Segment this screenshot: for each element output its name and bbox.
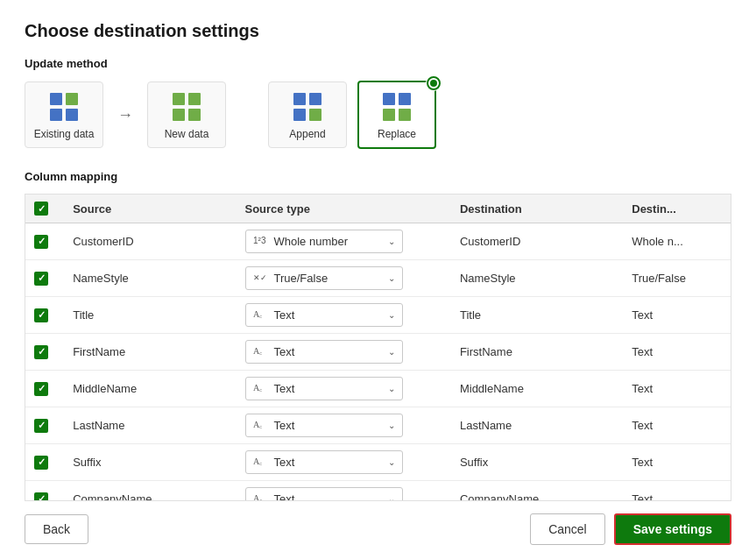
type-icon: A꜀ <box>253 308 269 322</box>
source-type-cell: A꜀Text⌄ <box>237 297 451 334</box>
source-type-dropdown[interactable]: ✕✓True/False⌄ <box>245 266 403 290</box>
source-cell: NameStyle <box>64 260 236 297</box>
source-type-label: Whole number <box>274 235 349 248</box>
source-type-label: Text <box>274 382 295 395</box>
row-checkbox[interactable] <box>34 272 48 286</box>
svg-rect-10 <box>293 109 306 121</box>
source-type-cell: 1²3Whole number⌄ <box>237 223 451 260</box>
append-label: Append <box>289 128 325 140</box>
source-type-cell: A꜀Text⌄ <box>237 334 451 371</box>
source-type-label: Text <box>274 456 295 469</box>
existing-data-card[interactable]: Existing data <box>25 81 103 148</box>
row-checkbox[interactable] <box>34 235 48 249</box>
dest-type-cell: Text <box>623 334 731 371</box>
destination-cell: MiddleName <box>451 371 623 407</box>
append-card[interactable]: Append <box>268 81 347 148</box>
source-cell: LastName <box>64 407 236 444</box>
header-checkbox[interactable] <box>34 202 48 216</box>
chevron-down-icon: ⌄ <box>388 494 395 501</box>
destination-cell: Suffix <box>451 444 623 481</box>
source-type-label: Text <box>274 308 295 322</box>
svg-text:✕✓: ✕✓ <box>253 273 267 282</box>
destination-cell: Title <box>451 297 623 334</box>
svg-rect-9 <box>309 93 321 105</box>
type-icon: A꜀ <box>253 492 269 501</box>
selected-indicator <box>426 75 442 91</box>
arrow-icon: → <box>117 106 133 124</box>
chevron-down-icon: ⌄ <box>388 273 395 283</box>
source-type-dropdown[interactable]: A꜀Text⌄ <box>245 377 403 400</box>
existing-data-icon <box>48 91 80 123</box>
source-type-label: True/False <box>274 272 329 285</box>
svg-text:A꜀: A꜀ <box>253 456 262 466</box>
new-data-icon <box>171 91 202 123</box>
row-checkbox[interactable] <box>34 345 48 359</box>
svg-rect-4 <box>173 93 185 105</box>
dest-type-cell: Text <box>623 481 731 502</box>
source-type-label: Text <box>274 345 295 358</box>
source-type-dropdown[interactable]: 1²3Whole number⌄ <box>245 230 403 253</box>
svg-rect-3 <box>66 109 78 121</box>
row-checkbox[interactable] <box>34 456 48 470</box>
type-icon: ✕✓ <box>253 271 269 286</box>
row-checkbox[interactable] <box>34 492 48 502</box>
table-row: CompanyNameA꜀Text⌄CompanyNameText <box>25 481 731 502</box>
table-row: TitleA꜀Text⌄TitleText <box>25 297 731 334</box>
type-icon: A꜀ <box>253 455 269 470</box>
type-icon: 1²3 <box>253 234 269 249</box>
col-header-source-type: Source type <box>237 195 451 223</box>
footer: Back Cancel Save settings <box>25 501 731 545</box>
save-settings-button[interactable]: Save settings <box>614 513 731 545</box>
row-checkbox[interactable] <box>34 419 48 433</box>
new-data-label: New data <box>165 128 209 140</box>
destination-cell: NameStyle <box>451 260 623 297</box>
destination-cell: CompanyName <box>451 481 623 502</box>
append-icon <box>292 91 323 123</box>
source-type-dropdown[interactable]: A꜀Text⌄ <box>245 414 403 437</box>
dest-type-cell: Text <box>623 444 731 481</box>
source-cell: MiddleName <box>64 371 236 407</box>
source-type-cell: A꜀Text⌄ <box>237 444 451 481</box>
table-container[interactable]: Source Source type Destination Destin...… <box>25 194 731 501</box>
existing-data-label: Existing data <box>34 128 95 140</box>
source-type-dropdown[interactable]: A꜀Text⌄ <box>245 450 403 474</box>
svg-rect-15 <box>399 109 411 121</box>
column-mapping-table-section: Source Source type Destination Destin...… <box>25 194 731 501</box>
svg-rect-13 <box>399 93 411 105</box>
chevron-down-icon: ⌄ <box>388 237 395 246</box>
source-type-dropdown[interactable]: A꜀Text⌄ <box>245 487 403 501</box>
chevron-down-icon: ⌄ <box>388 347 395 357</box>
update-method-section: Existing data → New data Append <box>25 81 731 149</box>
source-type-label: Text <box>274 419 295 432</box>
chevron-down-icon: ⌄ <box>388 310 395 320</box>
source-cell: CompanyName <box>64 481 236 502</box>
svg-text:A꜀: A꜀ <box>253 346 262 356</box>
row-checkbox[interactable] <box>34 382 48 396</box>
back-button[interactable]: Back <box>25 514 88 544</box>
new-data-card[interactable]: New data <box>147 81 226 148</box>
svg-rect-0 <box>50 93 62 105</box>
col-header-destination: Destination <box>451 195 623 223</box>
destination-cell: LastName <box>451 407 623 444</box>
type-icon: A꜀ <box>253 381 269 396</box>
svg-rect-5 <box>188 93 201 105</box>
table-row: CustomerID1²3Whole number⌄CustomerIDWhol… <box>25 223 731 260</box>
chevron-down-icon: ⌄ <box>388 384 395 393</box>
source-type-cell: A꜀Text⌄ <box>237 481 451 502</box>
cancel-button[interactable]: Cancel <box>530 513 605 545</box>
replace-card[interactable]: Replace <box>357 81 436 149</box>
source-type-dropdown[interactable]: A꜀Text⌄ <box>245 303 403 327</box>
svg-rect-12 <box>383 93 395 105</box>
svg-rect-8 <box>293 93 306 105</box>
replace-icon <box>381 91 413 123</box>
source-type-label: Text <box>274 492 295 501</box>
dest-type-cell: True/False <box>623 260 731 297</box>
update-method-label: Update method <box>25 57 731 70</box>
source-type-cell: A꜀Text⌄ <box>237 407 451 444</box>
col-header-check <box>25 195 64 223</box>
row-checkbox[interactable] <box>34 308 48 322</box>
col-header-dest-type: Destin... <box>623 195 731 223</box>
source-type-cell: ✕✓True/False⌄ <box>237 260 451 297</box>
source-type-dropdown[interactable]: A꜀Text⌄ <box>245 340 403 364</box>
chevron-down-icon: ⌄ <box>388 421 395 430</box>
